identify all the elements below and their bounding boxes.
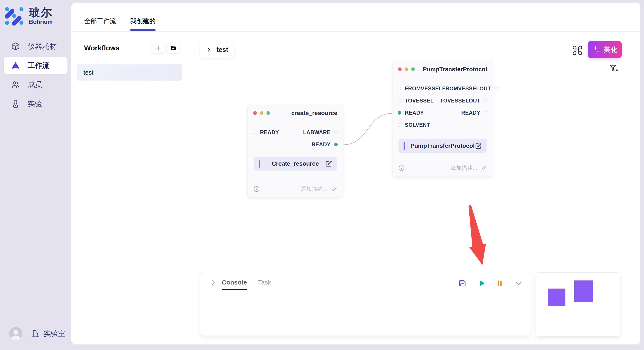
- sidebar-item-label: 仪器耗材: [28, 41, 57, 51]
- collapse-chevron-icon[interactable]: [210, 279, 216, 286]
- add-workflow-button[interactable]: [152, 43, 165, 53]
- input-port: READY: [398, 110, 424, 116]
- tab-task[interactable]: Task: [258, 279, 271, 290]
- node-footer: 添加描述...: [398, 164, 487, 172]
- console-panel: Console Task: [200, 272, 531, 336]
- port-dot[interactable]: [484, 111, 488, 115]
- output-port: READY: [312, 141, 338, 148]
- action-accent-bar: [404, 142, 405, 150]
- node-header: PumpTransferProtocol: [392, 60, 492, 78]
- output-port: TOVESSELOUT: [440, 98, 488, 104]
- port-dot[interactable]: [494, 87, 498, 90]
- node-create-resource[interactable]: create_resource READY LABWARE: [248, 104, 343, 197]
- filter-icon[interactable]: [609, 64, 619, 73]
- node-title: create_resource: [291, 110, 337, 117]
- dot-green[interactable]: [411, 67, 415, 71]
- info-icon[interactable]: [253, 186, 260, 192]
- collapse-panel-button[interactable]: [514, 279, 523, 288]
- beautify-label: 美化: [604, 45, 618, 54]
- port-label: TOVESSEL: [405, 98, 434, 104]
- sidebar: 玻尔 Bohrium 仪器耗材 工作流: [0, 0, 71, 350]
- port-dot[interactable]: [334, 131, 338, 134]
- members-icon: [11, 80, 20, 89]
- bohrium-logo-icon: [5, 6, 24, 25]
- pencil-icon: [331, 186, 337, 192]
- sidebar-item-label: 工作流: [28, 61, 50, 70]
- node-footer: 添加描述...: [253, 185, 337, 193]
- dot-amber[interactable]: [260, 111, 264, 115]
- description-field[interactable]: 添加描述...: [301, 185, 337, 193]
- input-port: SOLVENT: [398, 122, 430, 128]
- description-placeholder: 添加描述...: [301, 185, 328, 193]
- save-button[interactable]: [458, 279, 467, 288]
- pencil-icon: [481, 165, 487, 172]
- brand-name-zh: 玻尔: [29, 6, 53, 18]
- sidebar-nav: 仪器耗材 工作流 成员: [0, 38, 71, 112]
- port-dot[interactable]: [398, 123, 401, 127]
- node-action-button[interactable]: Create_resource: [254, 157, 337, 171]
- sidebar-item-experiments[interactable]: 实验: [4, 95, 68, 112]
- beautify-button[interactable]: 美化: [588, 41, 622, 58]
- description-field[interactable]: 添加描述...: [450, 164, 487, 172]
- port-label: TOVESSELOUT: [440, 98, 480, 104]
- port-dot[interactable]: [253, 131, 256, 134]
- edit-icon[interactable]: [325, 160, 332, 167]
- import-folder-button[interactable]: [166, 43, 180, 53]
- minimap-node: [548, 289, 566, 306]
- dot-red[interactable]: [253, 111, 257, 115]
- workflow-list: test: [71, 64, 186, 81]
- output-port: FROMVESSELOUT: [442, 85, 498, 92]
- traffic-dots: [253, 111, 270, 115]
- pause-button[interactable]: [495, 279, 504, 288]
- tab-created-by-me[interactable]: 我创建的: [130, 17, 156, 31]
- port-label: READY: [260, 129, 279, 136]
- run-button[interactable]: [476, 279, 486, 288]
- workflow-canvas[interactable]: test 美化: [186, 32, 640, 345]
- dot-red[interactable]: [398, 67, 402, 71]
- chevron-right-icon: [206, 47, 212, 53]
- sidebar-footer: 实验室: [9, 327, 66, 340]
- edit-icon[interactable]: [475, 142, 482, 150]
- tab-all-workflows[interactable]: 全部工作流: [84, 17, 116, 31]
- workflow-icon: [11, 61, 20, 70]
- node-title: PumpTransferProtocol: [423, 66, 487, 73]
- port-dot[interactable]: [398, 111, 401, 115]
- tab-console[interactable]: Console: [222, 279, 247, 290]
- minimap[interactable]: [536, 272, 620, 337]
- input-port: READY: [253, 129, 279, 136]
- port-dot[interactable]: [398, 87, 401, 90]
- info-icon[interactable]: [398, 165, 405, 172]
- port-label: FROMVESSELOUT: [442, 85, 491, 92]
- dot-green[interactable]: [266, 111, 270, 115]
- node-header: create_resource: [248, 104, 343, 122]
- workflows-panel: Workflows: [71, 32, 186, 345]
- sidebar-item-instruments[interactable]: 仪器耗材: [4, 38, 68, 55]
- port-dot[interactable]: [398, 99, 401, 103]
- node-action-button[interactable]: PumpTransferProtocol: [398, 139, 486, 153]
- plus-icon: [155, 45, 162, 51]
- port-label: FROMVESSEL: [405, 85, 442, 92]
- sidebar-item-members[interactable]: 成员: [4, 76, 68, 93]
- port-dot[interactable]: [484, 99, 488, 103]
- sidebar-item-workflow[interactable]: 工作流: [4, 57, 68, 74]
- workflow-tabbar: 全部工作流 我创建的: [71, 2, 640, 32]
- port-dot[interactable]: [334, 143, 338, 146]
- input-port: FROMVESSEL: [398, 85, 442, 92]
- sidebar-item-label: 成员: [28, 80, 42, 90]
- node-pump-transfer-protocol[interactable]: PumpTransferProtocol FROMVESSEL FROMVESS…: [392, 60, 493, 177]
- command-palette-icon[interactable]: [572, 45, 583, 56]
- workflows-panel-title: Workflows: [84, 44, 120, 52]
- lab-switcher[interactable]: 实验室: [31, 329, 66, 339]
- brand-name-en: Bohrium: [29, 19, 53, 25]
- breadcrumb-label: test: [216, 46, 228, 54]
- port-label: LABWARE: [303, 129, 330, 136]
- folder-download-icon: [170, 45, 176, 51]
- workflow-list-item[interactable]: test: [77, 64, 182, 81]
- breadcrumb[interactable]: test: [200, 42, 234, 58]
- port-row: READY: [248, 138, 343, 151]
- description-placeholder: 添加描述...: [450, 164, 477, 172]
- dot-amber[interactable]: [405, 67, 408, 71]
- building-icon: [31, 329, 40, 338]
- user-avatar[interactable]: [9, 327, 22, 340]
- traffic-dots: [398, 67, 415, 71]
